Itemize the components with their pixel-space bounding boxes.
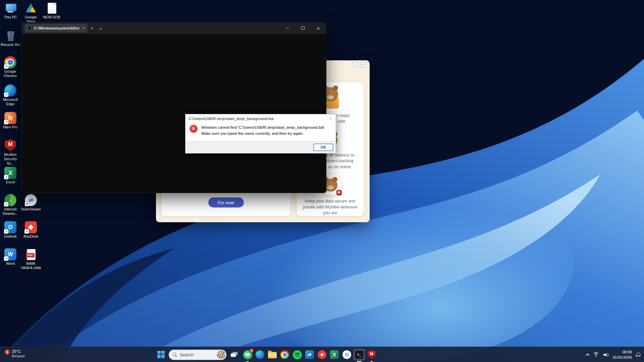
cmd-icon [27, 26, 32, 31]
search-icon [173, 353, 177, 357]
desktop-icon-label: AnyDesk [20, 234, 41, 239]
taskbar-anydesk-button[interactable] [316, 349, 328, 360]
weather-widget[interactable]: 1 25°C Berawan [5, 349, 25, 358]
excel-icon [4, 167, 16, 179]
mcafee-minimize-button[interactable] [353, 62, 358, 67]
desktop-icon-nitro-pro[interactable]: Nitro Pro [0, 112, 21, 129]
shortcut-arrow-icon [4, 93, 8, 97]
error-message: Windows cannot find 'C:\Users\USER\.tenj… [201, 125, 328, 137]
anydesk-icon [318, 350, 326, 359]
windows-logo-icon [157, 351, 165, 358]
error-dialog: C:\Users\USER\.tenjo\start_tenjo_backgro… [185, 114, 336, 154]
desktop-icon-label: TeamViewer [20, 207, 41, 212]
shortcut-arrow-icon [24, 229, 29, 234]
start-button[interactable] [154, 349, 168, 361]
google-drive-icon [25, 2, 37, 14]
mcafee-m-badge [336, 189, 342, 196]
taskbar-file-explorer-button[interactable] [267, 349, 278, 360]
teamviewer-icon [305, 350, 314, 359]
desktop-icon-this-pc[interactable]: This PC [0, 2, 21, 19]
volume-icon[interactable] [603, 352, 609, 357]
teamviewer-icon [25, 194, 37, 206]
mcafee-icon [367, 350, 376, 359]
word-icon [4, 248, 16, 260]
shortcut-arrow-icon [4, 175, 8, 179]
shortcut-arrow-icon [25, 202, 29, 206]
tray-chevron-icon[interactable] [586, 353, 590, 357]
taskbar-mcafee-button[interactable] [366, 349, 377, 360]
weather-condition: Berawan [12, 354, 25, 358]
desktop-icon-recycle-bin[interactable]: Recycle Bin [0, 29, 21, 47]
error-dialog-titlebar[interactable]: C:\Users\USER\.tenjo\start_tenjo_backgro… [185, 114, 336, 123]
desktop-icon-google-drive[interactable]: Google Drive [20, 2, 41, 24]
taskbar-edge-button[interactable] [254, 349, 266, 360]
mcafee-close-button[interactable] [361, 62, 366, 67]
taskbar-excel-button[interactable] [329, 349, 340, 360]
desktop-icon-excel[interactable]: Excel [0, 167, 21, 184]
taskbar-chrome-button[interactable] [279, 349, 290, 360]
error-dialog-close-icon[interactable] [327, 116, 334, 121]
excel-icon [330, 350, 339, 359]
terminal-titlebar[interactable]: C:\Windows\system32\cmd.e [22, 22, 326, 34]
tab-dropdown-icon[interactable] [96, 25, 105, 31]
taskbar-spotify-button[interactable] [291, 349, 303, 360]
mcafee-shield-icon [4, 139, 16, 152]
terminal-tab[interactable]: C:\Windows\system32\cmd.e [24, 24, 88, 33]
vpn-text-3: Keep your data secure and private with M… [302, 198, 359, 216]
desktop-icon-label: Nitro Pro [0, 125, 21, 129]
desktop-icon-label: Microsoft Edge [0, 98, 21, 106]
desktop-icon-idm[interactable]: Internet Downlo... [0, 194, 21, 216]
weather-badge: 1 [5, 350, 10, 355]
desktop-icon-label: Internet Downlo... [0, 207, 21, 216]
clock[interactable]: 08:59 31/01/2026 [612, 349, 632, 360]
desktop-icon-label: BIMA YANFA UNA [20, 261, 41, 270]
chrome-icon [280, 350, 289, 359]
shortcut-arrow-icon [4, 256, 8, 261]
search-box[interactable]: Search [169, 350, 226, 360]
taskbar-teamviewer-button[interactable] [304, 349, 315, 360]
desktop-icon-bima-pdf[interactable]: BIMA YANFA UNA [20, 248, 41, 270]
fix-now-button[interactable]: Fix now [208, 197, 244, 207]
error-icon [190, 125, 198, 133]
new-tab-button[interactable] [88, 25, 96, 31]
shortcut-arrow-icon [4, 64, 8, 69]
taskbar-whatsapp-button[interactable]: 1 [242, 349, 253, 360]
edge-icon [4, 84, 16, 97]
desktop-icon-google-chrome[interactable]: Google Chrome [0, 56, 21, 78]
desktop-icon-word[interactable]: Word [0, 248, 21, 266]
google-icon [342, 350, 351, 359]
ok-button[interactable]: OK [314, 144, 333, 151]
desktop-icon-mcafee[interactable]: McAfee Security Sc... [0, 139, 21, 166]
maximize-button[interactable] [295, 22, 311, 34]
edge-icon [256, 350, 264, 359]
weather-temp: 25°C [12, 349, 25, 354]
desktop-icon-teamviewer[interactable]: TeamViewer [20, 194, 41, 212]
this-pc-icon [4, 2, 16, 14]
desktop-icon-label: Excel [0, 180, 21, 184]
desktop-icon-anydesk[interactable]: AnyDesk [20, 221, 41, 239]
spotify-icon [293, 350, 302, 359]
desktop-icon-microsoft-edge[interactable]: Microsoft Edge [0, 84, 21, 106]
terminal-content[interactable] [22, 34, 326, 193]
nitro-pro-icon [4, 112, 16, 124]
search-highlight-image[interactable] [217, 351, 225, 359]
taskbar-google-button[interactable] [341, 349, 353, 360]
taskbar-terminal-button[interactable] [354, 349, 365, 360]
task-view-icon [231, 352, 237, 357]
error-dialog-title: C:\Users\USER\.tenjo\start_tenjo_backgro… [189, 117, 327, 121]
minimize-button[interactable] [280, 22, 295, 34]
desktop-icon-outlook[interactable]: Outlook [0, 221, 21, 239]
notification-bell-icon[interactable] [636, 352, 641, 357]
close-button[interactable] [311, 22, 326, 34]
desktop: This PC Google Drive NEW.GDB Recycle Bin… [0, 0, 644, 362]
tab-close-icon[interactable] [82, 26, 86, 31]
file-icon [46, 2, 58, 14]
chrome-icon [4, 56, 16, 68]
task-view-button[interactable] [227, 349, 241, 361]
idm-icon [4, 194, 16, 206]
wifi-icon[interactable] [593, 352, 599, 357]
desktop-icon-label: Recycle Bin [0, 43, 21, 47]
desktop-icon-new-gdb[interactable]: NEW.GDB [41, 2, 62, 19]
clock-time: 08:59 [612, 349, 632, 355]
desktop-icon-label: This PC [0, 15, 21, 19]
